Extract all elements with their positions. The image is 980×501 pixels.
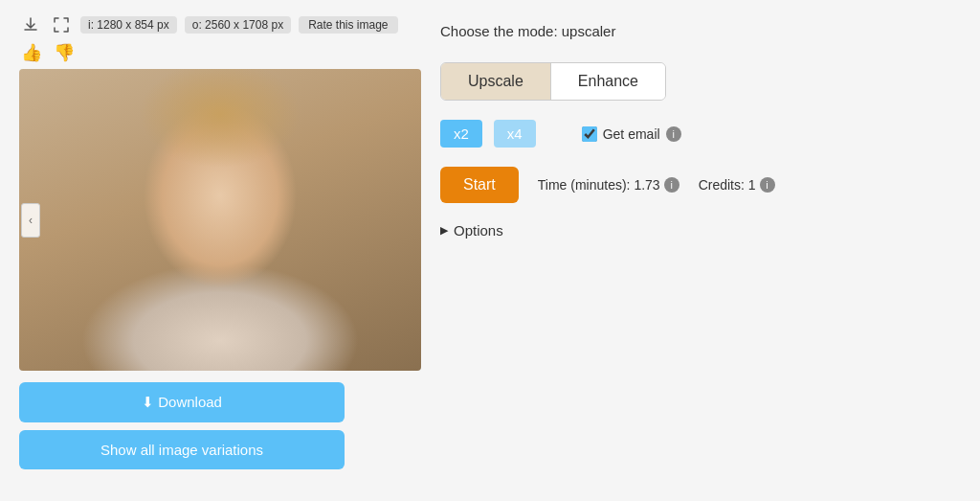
start-row: Start Time (minutes): 1.73 i Credits: 1 … bbox=[440, 167, 961, 203]
options-chevron-icon: ▶ bbox=[440, 224, 448, 237]
start-button[interactable]: Start bbox=[440, 167, 519, 203]
time-info-icon[interactable]: i bbox=[664, 177, 679, 193]
input-size-badge: i: 1280 x 854 px bbox=[80, 16, 177, 34]
portrait-image bbox=[19, 69, 421, 371]
thumbs-up-button[interactable]: 👍 bbox=[19, 42, 44, 63]
main-container: i: 1280 x 854 px o: 2560 x 1708 px Rate … bbox=[0, 0, 980, 501]
enhance-tab[interactable]: Enhance bbox=[551, 63, 665, 100]
options-label: Options bbox=[454, 222, 503, 239]
scale-4x-button[interactable]: x4 bbox=[494, 120, 536, 148]
mode-title: Choose the mode: upscaler bbox=[440, 23, 961, 39]
image-toolbar: i: 1280 x 854 px o: 2560 x 1708 px Rate … bbox=[19, 15, 421, 63]
show-variations-button[interactable]: Show all image variations bbox=[19, 430, 345, 469]
rate-image-button[interactable]: Rate this image bbox=[299, 16, 397, 34]
scale-row: x2 x4 Get email i bbox=[440, 120, 961, 148]
download-icon-btn[interactable] bbox=[19, 15, 42, 34]
thumbs-down-button[interactable]: 👎 bbox=[52, 42, 77, 63]
left-panel: i: 1280 x 854 px o: 2560 x 1708 px Rate … bbox=[19, 15, 421, 486]
credits-info-icon[interactable]: i bbox=[760, 177, 775, 193]
options-row[interactable]: ▶ Options bbox=[440, 222, 961, 239]
get-email-checkbox[interactable] bbox=[582, 126, 597, 142]
download-button[interactable]: ⬇ Download bbox=[19, 382, 345, 422]
right-panel: Choose the mode: upscaler Upscale Enhanc… bbox=[440, 15, 961, 486]
mode-toggle: Upscale Enhance bbox=[440, 62, 666, 101]
email-row: Get email i bbox=[582, 126, 681, 142]
credits-info: Credits: 1 i bbox=[699, 177, 775, 193]
upscale-tab[interactable]: Upscale bbox=[441, 63, 551, 100]
expand-icon-btn[interactable] bbox=[50, 15, 73, 34]
action-buttons: ⬇ Download Show all image variations bbox=[19, 382, 421, 469]
time-info: Time (minutes): 1.73 i bbox=[538, 177, 679, 193]
get-email-label: Get email bbox=[603, 126, 660, 142]
email-info-icon[interactable]: i bbox=[666, 126, 681, 142]
output-size-badge: o: 2560 x 1708 px bbox=[185, 16, 291, 34]
mode-title-section: Choose the mode: upscaler bbox=[440, 23, 961, 43]
scale-2x-button[interactable]: x2 bbox=[440, 120, 482, 148]
image-prev-button[interactable]: ‹ bbox=[21, 203, 40, 238]
image-display: ‹ bbox=[19, 69, 421, 371]
